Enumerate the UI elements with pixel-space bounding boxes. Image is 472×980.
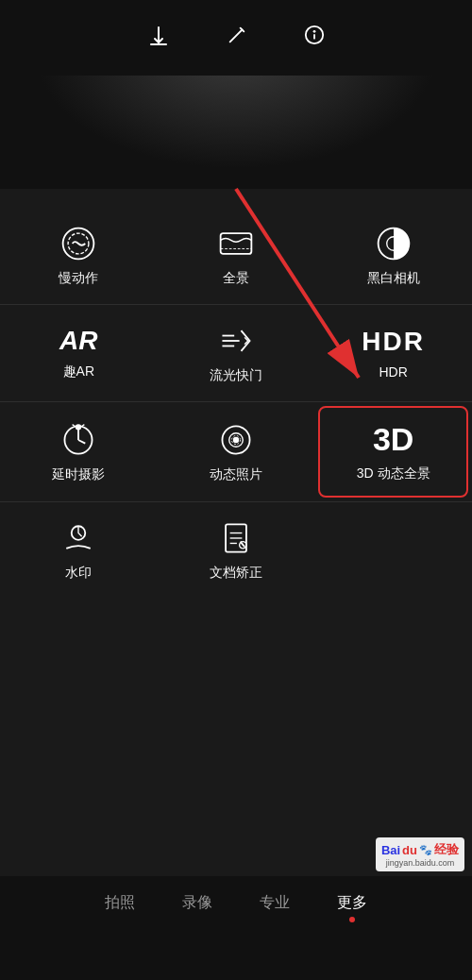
info-icon[interactable] bbox=[304, 25, 325, 51]
watermark-label: 水印 bbox=[65, 565, 92, 582]
svg-line-17 bbox=[78, 440, 85, 444]
edit-icon[interactable] bbox=[227, 25, 247, 51]
download-icon[interactable] bbox=[147, 24, 170, 52]
paw-icon: 🐾 bbox=[419, 844, 432, 856]
bottom-navigation: 拍照 录像 专业 更多 bbox=[0, 876, 472, 980]
du-text: du bbox=[402, 843, 417, 857]
hdr-label: HDR bbox=[379, 364, 407, 380]
document-label: 文档矫正 bbox=[210, 565, 262, 582]
panorama-label: 全景 bbox=[223, 270, 249, 287]
svg-point-23 bbox=[234, 437, 239, 442]
3d-icon: 3D bbox=[373, 421, 413, 458]
nav-item-pro[interactable]: 专业 bbox=[260, 893, 290, 913]
nav-item-photo[interactable]: 拍照 bbox=[105, 893, 135, 913]
ar-icon: AR bbox=[59, 326, 97, 356]
baidu-watermark: Bai du 🐾 经验 jingyan.baidu.com bbox=[376, 837, 464, 871]
nav-pro-label: 专业 bbox=[260, 893, 290, 913]
nav-photo-label: 拍照 bbox=[105, 893, 135, 913]
mode-document[interactable]: 文档矫正 bbox=[158, 502, 315, 599]
mode-slow-motion[interactable]: 慢动作 bbox=[0, 208, 158, 304]
camera-preview bbox=[0, 76, 472, 189]
svg-point-18 bbox=[76, 425, 81, 430]
modes-container: 慢动作 全景 黑白相机 AR 趣AR bbox=[0, 189, 472, 608]
mode-empty bbox=[314, 502, 472, 599]
top-bar bbox=[0, 0, 472, 76]
svg-line-2 bbox=[230, 30, 243, 42]
ar-label: 趣AR bbox=[63, 363, 94, 380]
jingyan-text: 经验 bbox=[434, 841, 459, 858]
hdr-icon: HDR bbox=[362, 327, 425, 357]
mode-light-painting[interactable]: 流光快门 bbox=[158, 305, 315, 401]
slow-motion-label: 慢动作 bbox=[59, 270, 98, 287]
svg-line-20 bbox=[82, 424, 85, 426]
mode-hdr[interactable]: HDR HDR bbox=[314, 305, 472, 401]
modes-row-4: 水印 文档矫正 bbox=[0, 502, 472, 599]
svg-line-19 bbox=[73, 424, 76, 426]
nav-item-video[interactable]: 录像 bbox=[182, 893, 212, 913]
timelapse-label: 延时摄影 bbox=[52, 466, 105, 483]
nav-video-label: 录像 bbox=[182, 893, 212, 913]
modes-row-1: 慢动作 全景 黑白相机 bbox=[0, 208, 472, 304]
nav-item-more[interactable]: 更多 bbox=[337, 893, 367, 922]
mode-bw-camera[interactable]: 黑白相机 bbox=[314, 208, 472, 304]
live-photo-label: 动态照片 bbox=[210, 466, 262, 483]
mode-ar[interactable]: AR 趣AR bbox=[0, 305, 158, 401]
bw-camera-label: 黑白相机 bbox=[367, 270, 420, 287]
modes-row-2: AR 趣AR 流光快门 HDR HDR bbox=[0, 305, 472, 401]
modes-row-3: 延时摄影 动态照片 3D 3D 动态全景 bbox=[0, 402, 472, 501]
3d-panorama-label: 3D 动态全景 bbox=[357, 465, 430, 482]
mode-watermark[interactable]: 水印 bbox=[0, 502, 158, 599]
svg-rect-8 bbox=[221, 233, 252, 254]
nav-more-label: 更多 bbox=[337, 893, 367, 913]
watermark-url: jingyan.baidu.com bbox=[386, 858, 455, 868]
mode-panorama[interactable]: 全景 bbox=[158, 208, 315, 304]
mode-3d-panorama[interactable]: 3D 3D 动态全景 bbox=[318, 406, 468, 498]
mode-timelapse[interactable]: 延时摄影 bbox=[0, 402, 158, 501]
baidu-text: Bai bbox=[381, 843, 400, 857]
light-painting-label: 流光快门 bbox=[210, 367, 262, 384]
mode-live-photo[interactable]: 动态照片 bbox=[158, 402, 315, 501]
active-nav-dot bbox=[349, 917, 355, 922]
